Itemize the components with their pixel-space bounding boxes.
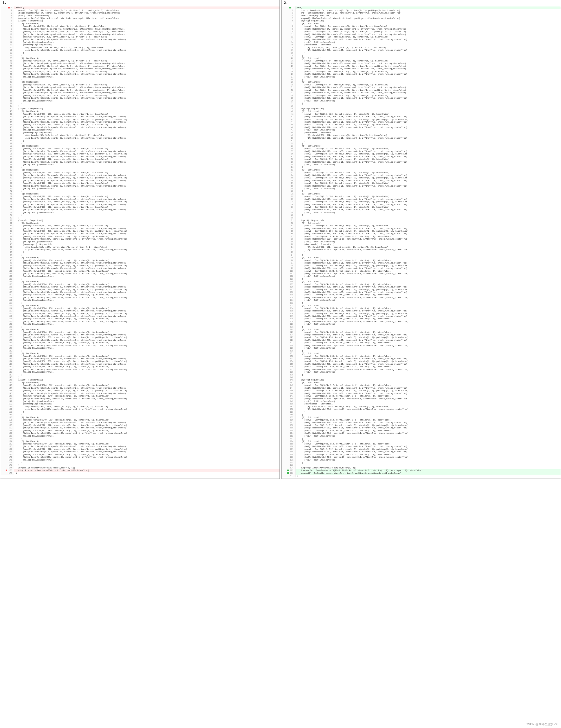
gutter-line-number: 64 [0,174,14,177]
gutter-line-number: 153 [282,411,296,413]
code-line: 94 ) [0,254,280,256]
code-text: (bn3): BatchNorm2d(512, eps=1e-05, momen… [14,161,280,163]
code-text: (conv3): Conv2d(128, 512, kernel_size=(1… [14,182,280,185]
code-text: (bn3): BatchNorm2d(1024, eps=1e-05, mome… [14,238,280,240]
gutter-line-number: 134 [0,360,14,363]
gutter-line-number: 136 [0,366,14,368]
gutter-line-number: 159 [0,427,14,429]
gutter-line-number: 155 [282,416,296,419]
code-text: (conv3): Conv2d(128, 512, kernel_size=(1… [14,158,280,161]
code-text: ) [296,142,561,145]
gutter-line-number: 168 [0,451,14,453]
code-text: ) [296,302,561,304]
gutter-line-number: 56 [282,153,296,155]
code-line: 54 (conv1): Conv2d(512, 128, kernel_size… [282,147,561,150]
code-text: (conv3): Conv2d(64, 256, kernel_size=(1,… [296,70,561,73]
gutter-line-number: 38 [282,105,296,107]
code-line: 161 (bn3): BatchNorm2d(2048, eps=1e-05, … [282,432,561,435]
code-line: 101 (bn3): BatchNorm2d(1024, eps=1e-05, … [282,273,561,275]
gutter-line-number: 92 [282,249,296,251]
code-text: (conv2): Conv2d(256, 256, kernel_size=(3… [296,230,561,233]
code-text: (3): Bottleneck( [296,304,561,307]
code-text: ) [14,78,280,81]
code-text: (1): BatchNorm2d(2048, eps=1e-05, moment… [296,408,561,411]
code-line: 154 ) [282,413,561,416]
code-text: (bn1): BatchNorm2d(512, eps=1e-05, momen… [296,421,561,424]
gutter-line-number: 31 [282,86,296,89]
gutter-line-number: 82 [282,222,296,225]
gutter-line-number: 65 [282,177,296,179]
gutter-line-number: 2 [282,9,296,12]
code-text: (conv1): Conv2d(64, 64, kernel_size=(1, … [14,25,280,28]
gutter-line-number: 95 [282,256,296,259]
gutter-line-number: 30 [0,84,14,86]
code-line: 41 (conv1): Conv2d(256, 128, kernel_size… [282,113,561,116]
code-line: 149 (relu): ReLU(inplace=True) [282,400,561,403]
gutter-line-number: 165 [282,443,296,445]
gutter-line-number: 49 [282,134,296,137]
code-text: ) [296,54,561,57]
code-line: 1CRN( [282,6,561,9]
gutter-line-number: 3 [0,12,14,14]
right-pane-title: 2. [282,0,561,6]
gutter-line-number: 148 [0,398,14,400]
code-line: 109 (conv3): Conv2d(256, 1024, kernel_si… [0,294,280,296]
code-line: 47 (relu): ReLU(inplace=True) [0,129,280,131]
code-line: 18 ) [282,52,561,54]
code-line: 128 (bn3): BatchNorm2d(1024, eps=1e-05, … [282,344,561,347]
code-line: 168 (bn2): BatchNorm2d(512, eps=1e-05, m… [282,451,561,453]
code-line: 3 (bn1): BatchNorm2d(64, eps=1e-05, mome… [282,12,561,14]
code-line: 86 (bn2): BatchNorm2d(256, eps=1e-05, mo… [282,233,561,235]
code-text: (conv1): Conv2d(256, 64, kernel_size=(1,… [296,84,561,86]
code-text: (5): Bottleneck( [14,352,280,355]
code-line: 134 (conv2): Conv2d(256, 256, kernel_siz… [282,360,561,363]
code-line: 147 (conv3): Conv2d(512, 2048, kernel_si… [282,395,561,397]
code-text: (bn1): BatchNorm2d(64, eps=1e-05, moment… [14,86,280,89]
gutter-line-number: 67 [0,182,14,185]
code-line: 171 (relu): ReLU(inplace=True) [0,459,280,461]
code-text: (relu): ReLU(inplace=True) [296,400,561,403]
code-line: 84 (bn1): BatchNorm2d(256, eps=1e-05, mo… [0,227,280,230]
code-text: ) [14,214,280,216]
code-line: 67 (conv3): Conv2d(128, 512, kernel_size… [0,182,280,185]
code-line: 57 (bn2): BatchNorm2d(128, eps=1e-05, mo… [0,156,280,158]
code-text: (1): BatchNorm2d(512, eps=1e-05, momentu… [296,137,561,140]
code-line: 51 ) [0,140,280,142]
code-text: (bn3): BatchNorm2d(512, eps=1e-05, momen… [296,209,561,211]
code-line: 160 (conv3): Conv2d(512, 2048, kernel_si… [0,430,280,432]
code-text: (bn1): BatchNorm2d(512, eps=1e-05, momen… [14,421,280,424]
code-line: 131 (5): Bottleneck( [0,352,280,355]
code-text: ) [14,376,280,379]
code-line: 114 (conv1): Conv2d(1024, 256, kernel_si… [0,307,280,310]
code-line: 169 (conv3): Conv2d(512, 2048, kernel_si… [0,453,280,456]
code-line: 172 ) [0,461,280,464]
code-line: 68 (bn3): BatchNorm2d(512, eps=1e-05, mo… [0,185,280,187]
gutter-line-number: 46 [0,126,14,129]
gutter-line-number: 84 [0,227,14,230]
gutter-line-number: 24 [282,68,296,70]
code-line: 41 (conv1): Conv2d(256, 128, kernel_size… [0,113,280,116]
code-text: (downsample): Sequential( [296,132,561,134]
code-line: 170 (bn3): BatchNorm2d(2048, eps=1e-05, … [0,456,280,459]
gutter-line-number: 77 [282,209,296,211]
code-line: 166 (bn1): BatchNorm2d(512, eps=1e-05, m… [0,445,280,448]
code-text: ) [14,251,280,254]
gutter-line-number: 11 [0,33,14,36]
gutter-line-number: 1 [282,6,296,9]
code-text: (conv1): Conv2d(512, 256, kernel_size=(1… [296,225,561,227]
gutter-line-number: 43 [282,118,296,121]
code-line: 80 ) [282,217,561,219]
gutter-line-number: 61 [0,166,14,169]
code-line: 148 (bn3): BatchNorm2d(2048, eps=1e-05, … [0,398,280,400]
gutter-line-number: 74 [282,201,296,203]
code-line: 52 ) [0,142,280,145]
gutter-line-number: 112 [282,302,296,304]
code-text: (0): Conv2d(64, 256, kernel_size=(1, 1),… [296,47,561,49]
gutter-line-number: 151 [0,406,14,408]
gutter-line-number: 12 [0,36,14,38]
gutter-line-number: 52 [0,142,14,145]
code-text: (bn1): BatchNorm2d(256, eps=1e-05, momen… [14,286,280,288]
code-text: (conv1): Conv2d(1024, 256, kernel_size=(… [14,283,280,286]
code-line: 145 (conv2): Conv2d(512, 512, kernel_siz… [282,390,561,392]
gutter-line-number: 66 [0,180,14,182]
